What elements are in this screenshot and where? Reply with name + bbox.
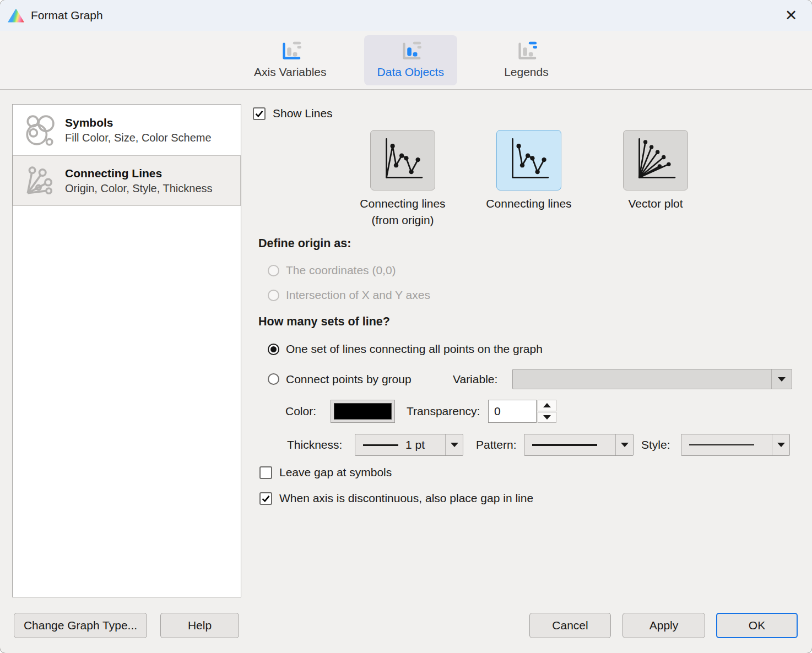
tab-legends[interactable]: Legends bbox=[481, 35, 571, 85]
symbols-icon bbox=[23, 114, 55, 146]
tab-label: Axis Variables bbox=[254, 66, 327, 79]
origin-intersection-label: Intersection of X and Y axes bbox=[286, 289, 430, 302]
connect-by-group-radio[interactable] bbox=[268, 373, 279, 385]
style-label: Style: bbox=[641, 438, 670, 451]
variable-label: Variable: bbox=[453, 373, 497, 386]
help-button[interactable]: Help bbox=[160, 613, 239, 638]
origin-intersection-row: Intersection of X and Y axes bbox=[268, 289, 430, 302]
pattern-sample bbox=[532, 444, 597, 446]
thickness-label: Thickness: bbox=[287, 438, 342, 451]
sets-of-line-heading: How many sets of line? bbox=[258, 315, 390, 329]
format-graph-dialog: Format Graph ✕ Axis Variables Data Objec… bbox=[0, 0, 812, 653]
pattern-dropdown[interactable] bbox=[524, 434, 634, 456]
data-objects-chart-icon bbox=[398, 41, 423, 63]
line-sample bbox=[363, 444, 398, 446]
arrow-down-icon bbox=[543, 415, 551, 420]
style-sample bbox=[689, 444, 754, 445]
dropdown-arrow-zone bbox=[771, 369, 792, 389]
apply-button[interactable]: Apply bbox=[622, 613, 705, 638]
chevron-down-icon bbox=[777, 443, 785, 447]
ok-button[interactable]: OK bbox=[716, 613, 798, 638]
line-style-row: Thickness: 1 pt Pattern: Style: bbox=[287, 434, 794, 456]
discontinuous-gap-row: When axis is discontinuous, also place g… bbox=[259, 492, 533, 505]
legends-chart-icon bbox=[514, 41, 538, 63]
dialog-body: Symbols Fill Color, Size, Color Scheme bbox=[0, 90, 812, 653]
color-transparency-row: Color: Transparency: bbox=[285, 400, 616, 423]
list-item-subtitle: Origin, Color, Style, Thickness bbox=[65, 181, 213, 195]
one-set-row: One set of lines connecting all points o… bbox=[268, 342, 543, 356]
list-item-subtitle: Fill Color, Size, Color Scheme bbox=[65, 130, 212, 145]
prism-logo-icon bbox=[8, 9, 24, 23]
origin-coordinates-row: The coordinates (0,0) bbox=[268, 264, 396, 277]
style-dropdown[interactable] bbox=[681, 434, 790, 456]
show-lines-checkbox[interactable] bbox=[253, 107, 266, 120]
thickness-dropdown[interactable]: 1 pt bbox=[355, 434, 463, 456]
connect-by-group-row: Connect points by group Variable: bbox=[268, 369, 792, 389]
leave-gap-checkbox[interactable] bbox=[259, 466, 272, 479]
spinner-up-button[interactable] bbox=[538, 400, 556, 411]
color-label: Color: bbox=[285, 405, 316, 418]
thumb-connecting-lines-origin: Connecting lines (from origin) bbox=[339, 130, 466, 228]
leave-gap-label: Leave gap at symbols bbox=[279, 466, 392, 479]
checkmark-icon bbox=[261, 494, 270, 503]
tab-data-objects[interactable]: Data Objects bbox=[364, 35, 457, 85]
close-icon[interactable]: ✕ bbox=[781, 6, 801, 25]
checkmark-icon bbox=[255, 109, 264, 118]
title-bar: Format Graph ✕ bbox=[0, 0, 812, 31]
list-item-title: Symbols bbox=[65, 115, 212, 130]
arrow-up-icon bbox=[543, 403, 551, 407]
one-set-label: One set of lines connecting all points o… bbox=[286, 342, 543, 356]
dropdown-arrow-zone bbox=[772, 434, 789, 455]
leave-gap-row: Leave gap at symbols bbox=[259, 466, 392, 479]
window-title: Format Graph bbox=[31, 9, 103, 22]
transparency-label: Transparency: bbox=[407, 405, 480, 418]
tab-axis-variables[interactable]: Axis Variables bbox=[241, 35, 340, 85]
origin-intersection-radio bbox=[268, 290, 279, 301]
list-item-connecting-lines[interactable]: Connecting Lines Origin, Color, Style, T… bbox=[13, 155, 241, 206]
transparency-input[interactable] bbox=[488, 400, 537, 423]
thumb-label: Connecting lines bbox=[465, 195, 592, 212]
thumb-connecting-lines: Connecting lines bbox=[465, 130, 592, 212]
connecting-lines-icon bbox=[23, 165, 55, 197]
vector-plot-icon bbox=[630, 135, 681, 186]
discontinuous-gap-label: When axis is discontinuous, also place g… bbox=[279, 492, 533, 505]
tab-label: Legends bbox=[504, 66, 549, 79]
chevron-down-icon bbox=[451, 443, 458, 447]
chevron-down-icon bbox=[778, 377, 786, 382]
list-item-symbols[interactable]: Symbols Fill Color, Size, Color Scheme bbox=[13, 105, 241, 155]
dropdown-arrow-zone bbox=[445, 434, 463, 455]
thickness-value: 1 pt bbox=[405, 438, 425, 451]
tab-bar: Axis Variables Data Objects Legends bbox=[0, 31, 812, 90]
tab-label: Data Objects bbox=[377, 66, 444, 79]
dropdown-arrow-zone bbox=[615, 434, 633, 455]
line-chart-icon bbox=[504, 135, 554, 186]
thumb-label: Connecting lines (from origin) bbox=[339, 195, 466, 228]
variable-dropdown[interactable] bbox=[512, 369, 792, 389]
spinner-down-button[interactable] bbox=[538, 412, 556, 423]
transparency-spinner bbox=[488, 400, 556, 423]
pattern-label: Pattern: bbox=[476, 438, 517, 451]
axis-variables-chart-icon bbox=[278, 41, 302, 63]
color-swatch bbox=[334, 403, 392, 420]
line-chart-from-origin-icon bbox=[377, 135, 428, 186]
connecting-lines-from-origin-button[interactable] bbox=[370, 130, 435, 191]
vector-plot-button[interactable] bbox=[623, 130, 688, 191]
one-set-radio[interactable] bbox=[268, 344, 279, 355]
color-swatch-button[interactable] bbox=[331, 400, 395, 423]
connecting-lines-button[interactable] bbox=[496, 130, 561, 191]
cancel-button[interactable]: Cancel bbox=[529, 613, 611, 638]
origin-coordinates-radio bbox=[268, 265, 279, 276]
change-graph-type-button[interactable]: Change Graph Type... bbox=[14, 613, 147, 638]
spinner-buttons bbox=[538, 400, 556, 423]
list-item-title: Connecting Lines bbox=[65, 166, 213, 181]
connect-by-group-label: Connect points by group bbox=[286, 373, 412, 386]
properties-list: Symbols Fill Color, Size, Color Scheme bbox=[12, 104, 241, 597]
thumb-vector-plot: Vector plot bbox=[592, 130, 719, 212]
show-lines-row: Show Lines bbox=[253, 107, 333, 120]
origin-coordinates-label: The coordinates (0,0) bbox=[286, 264, 396, 277]
discontinuous-gap-checkbox[interactable] bbox=[259, 492, 272, 505]
define-origin-heading: Define origin as: bbox=[258, 237, 351, 251]
thumb-label: Vector plot bbox=[592, 195, 719, 212]
show-lines-label: Show Lines bbox=[273, 107, 333, 120]
chevron-down-icon bbox=[621, 443, 629, 447]
